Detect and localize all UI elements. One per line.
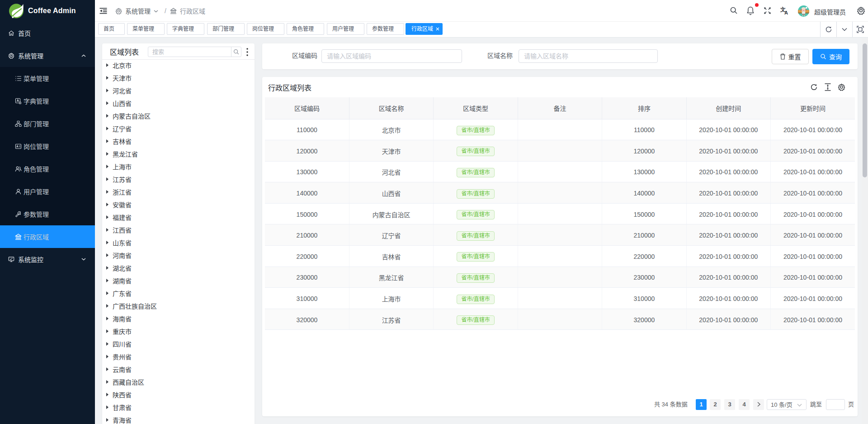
svg-text:A: A: [784, 10, 788, 15]
